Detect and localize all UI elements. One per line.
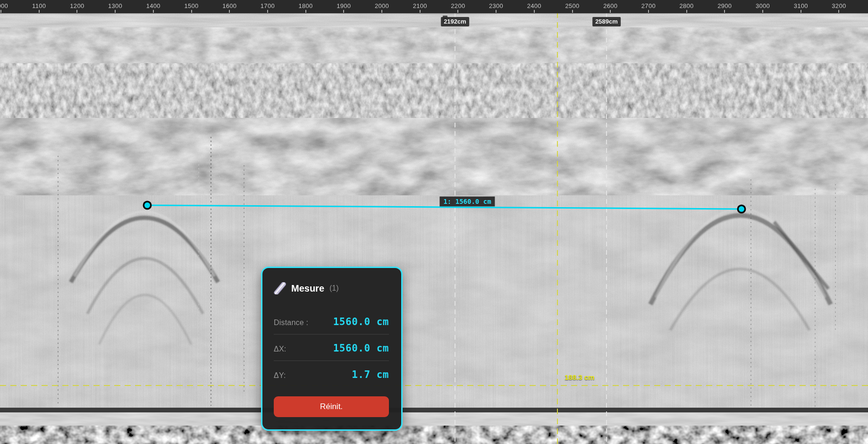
ruler-tick-label: 2500 — [565, 2, 579, 9]
ruler-tick-label: 1200 — [70, 2, 84, 9]
distance-label: Distance : — [274, 318, 308, 327]
overlay-layer — [0, 0, 868, 444]
ruler-tick-mark — [191, 10, 192, 13]
ruler-tick-label: 1800 — [299, 2, 313, 9]
delta-x-row: ΔX: 1560.0 cm — [274, 343, 389, 354]
ruler-tick-label: 2400 — [527, 2, 541, 9]
ruler-tick-mark — [801, 10, 801, 13]
measurement-endpoint-start-ring[interactable] — [143, 201, 152, 210]
ruler-tick-mark — [115, 10, 116, 13]
ruler-tick-label: 1500 — [184, 2, 198, 9]
position-marker-label[interactable]: 2589cm — [592, 17, 621, 26]
ruler-tick-mark — [686, 10, 687, 13]
ruler-tick-mark — [76, 10, 77, 13]
measurement-endpoint-end-ring[interactable] — [737, 205, 746, 214]
ruler-tick-label: 1400 — [146, 2, 160, 9]
ruler-tick-label: 2900 — [717, 2, 732, 9]
ruler-tick-label: 2800 — [680, 2, 694, 9]
ruler-tick-mark — [838, 10, 839, 13]
gpr-radargram-viewer: 1000110012001300140015001600170018001900… — [0, 0, 868, 444]
panel-measure-count: (1) — [329, 284, 339, 293]
ruler-tick-mark — [496, 10, 497, 13]
ruler-tick-mark — [457, 10, 458, 13]
divider — [274, 360, 389, 361]
ruler-tick-label: 3100 — [794, 2, 808, 9]
measurement-panel: Mesure (1) Distance : 1560.0 cm ΔX: 1560… — [261, 267, 403, 431]
ruler-tick-mark — [0, 10, 1, 13]
ruler-tick-mark — [267, 10, 268, 13]
hyperbola-reflections — [71, 209, 831, 345]
ruler-tick-mark — [610, 10, 611, 13]
ruler: 1000110012001300140015001600170018001900… — [0, 0, 868, 13]
delta-y-value: 1.7 cm — [352, 369, 389, 380]
measurement-endpoint-end[interactable] — [739, 206, 744, 212]
delta-y-row: ΔY: 1.7 cm — [274, 369, 389, 380]
panel-title: Mesure — [291, 283, 324, 294]
ruler-tick-mark — [648, 10, 649, 13]
ruler-tick-label: 2200 — [451, 2, 465, 9]
distance-row: Distance : 1560.0 cm — [274, 316, 389, 327]
trace-artifacts — [58, 137, 835, 444]
radargram-image[interactable] — [0, 0, 868, 444]
delta-x-label: ΔX: — [274, 345, 286, 353]
ruler-tick-label: 1100 — [32, 2, 46, 9]
ruler-tick-label: 1600 — [222, 2, 236, 9]
ruler-tick-mark — [305, 10, 306, 13]
ruler-tick-mark — [534, 10, 535, 13]
reset-button[interactable]: Réinit. — [274, 396, 389, 417]
ruler-tick-mark — [229, 10, 230, 13]
ruler-tick-mark — [381, 10, 382, 13]
ruler-tick-mark — [572, 10, 573, 13]
ruler-tick-mark — [420, 10, 421, 13]
distance-value: 1560.0 cm — [333, 316, 389, 327]
ruler-tick-label: 2100 — [413, 2, 427, 9]
ruler-icon — [274, 282, 286, 294]
ruler-tick-label: 2600 — [603, 2, 617, 9]
position-marker-label[interactable]: 2192cm — [441, 17, 469, 26]
measurement-endpoint-start[interactable] — [144, 202, 150, 208]
ruler-tick-label: 3000 — [756, 2, 770, 9]
ruler-tick-label: 3200 — [832, 2, 846, 9]
ruler-tick-label: 1300 — [108, 2, 122, 9]
ruler-tick-label: 1900 — [337, 2, 351, 9]
delta-x-value: 1560.0 cm — [333, 343, 389, 354]
panel-header: Mesure (1) — [274, 282, 389, 294]
ruler-tick-mark — [343, 10, 344, 13]
delta-y-label: ΔY: — [274, 371, 286, 380]
ruler-tick-mark — [39, 10, 40, 13]
ruler-tick-mark — [153, 10, 154, 13]
divider — [274, 334, 389, 335]
ruler-tick-mark — [724, 10, 725, 13]
ruler-tick-label: 1000 — [0, 2, 8, 9]
ruler-tick-mark — [762, 10, 763, 13]
ruler-tick-label: 2000 — [375, 2, 389, 9]
depth-value-label: 188.3 cm — [565, 373, 594, 381]
measurement-line-label: 1: 1560.0 cm — [439, 197, 495, 207]
ruler-tick-label: 2300 — [489, 2, 503, 9]
ruler-tick-label: 1700 — [261, 2, 275, 9]
ruler-tick-label: 2700 — [641, 2, 656, 9]
